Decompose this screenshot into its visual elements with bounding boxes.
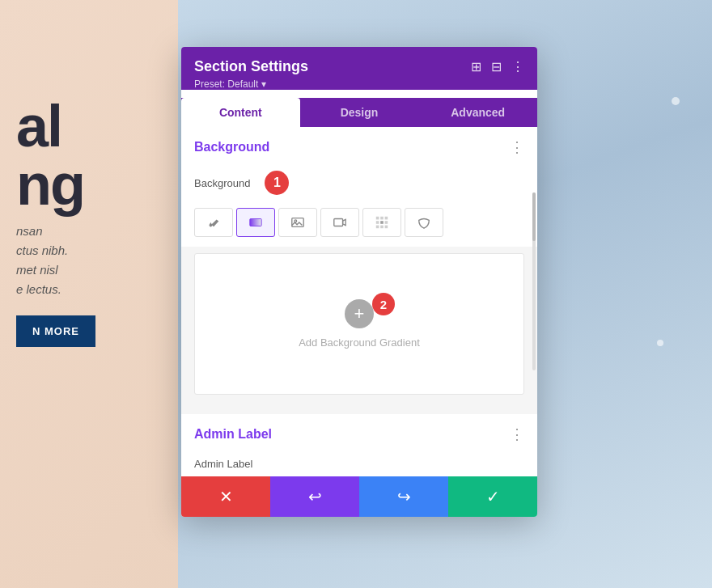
tab-content[interactable]: Content	[181, 98, 300, 127]
scrollbar-track[interactable]	[532, 192, 536, 370]
background-row: Background 1	[181, 164, 537, 201]
scrollbar-thumb[interactable]	[532, 192, 536, 241]
undo-icon: ↩	[308, 487, 322, 506]
svg-rect-12	[385, 226, 388, 229]
more-icon[interactable]: ⋮	[511, 59, 524, 74]
redo-button[interactable]: ↪	[359, 476, 448, 517]
modal-title: Section Settings	[194, 58, 308, 75]
hero-text-line2: ng	[16, 155, 129, 214]
svg-rect-10	[376, 226, 379, 229]
admin-label-menu[interactable]: ⋮	[510, 425, 524, 443]
image-icon	[290, 215, 305, 230]
section-settings-modal: Section Settings ⊞ ⊟ ⋮ Preset: Default C…	[181, 47, 537, 517]
badge-2: 2	[372, 293, 395, 315]
modal-header-top: Section Settings ⊞ ⊟ ⋮	[194, 58, 524, 75]
gradient-icon	[248, 215, 263, 230]
modal-header-icons: ⊞ ⊟ ⋮	[471, 59, 524, 74]
paint-bucket-icon	[206, 215, 221, 230]
badge-1: 1	[265, 171, 289, 195]
icon-tab-gradient[interactable]	[236, 208, 275, 237]
plus-icon: +	[354, 303, 365, 324]
pattern-icon	[375, 215, 389, 230]
cancel-button[interactable]: ✕	[181, 476, 270, 517]
icon-tab-mask[interactable]	[405, 208, 443, 237]
bottom-toolbar: ✕ ↩ ↪ ✓	[181, 476, 537, 517]
tab-design[interactable]: Design	[300, 98, 419, 127]
gradient-area: + 2 Add Background Gradient	[194, 253, 524, 395]
save-button[interactable]: ✓	[448, 476, 537, 517]
preset-label[interactable]: Preset: Default	[194, 78, 524, 90]
svg-rect-4	[376, 217, 379, 220]
read-more-button[interactable]: N MORE	[16, 315, 95, 347]
cancel-icon: ✕	[219, 487, 233, 506]
svg-rect-11	[380, 226, 384, 229]
icon-tab-color[interactable]	[194, 208, 233, 237]
svg-rect-8	[380, 221, 384, 224]
admin-label-row: Admin Label	[181, 451, 537, 476]
background-section-header: Background ⋮	[181, 127, 537, 164]
background-field-label: Background	[194, 177, 250, 189]
svg-rect-9	[385, 221, 388, 224]
undo-button[interactable]: ↩	[270, 476, 359, 517]
add-gradient-label: Add Background Gradient	[299, 336, 420, 349]
save-icon: ✓	[486, 487, 500, 506]
icon-tab-image[interactable]	[278, 208, 317, 237]
modal-body: Background ⋮ Background 1	[181, 127, 537, 476]
modal-header: Section Settings ⊞ ⊟ ⋮ Preset: Default	[181, 47, 537, 90]
add-gradient-group: + 2	[345, 299, 374, 328]
admin-label-section: Admin Label ⋮ Admin Label	[181, 414, 537, 476]
dot-7	[657, 340, 663, 346]
svg-rect-6	[385, 217, 388, 220]
icon-tab-video[interactable]	[320, 208, 359, 237]
svg-rect-5	[380, 217, 384, 220]
hero-text-line1: al	[16, 97, 129, 155]
columns-icon[interactable]: ⊟	[491, 59, 502, 74]
hero-body-text: nsan ctus nibh. met nisl e lectus.	[16, 222, 129, 299]
svg-rect-7	[376, 221, 379, 224]
mask-icon	[417, 215, 431, 230]
add-gradient-button[interactable]: +	[345, 299, 374, 328]
admin-label-section-header: Admin Label ⋮	[181, 414, 537, 451]
expand-icon[interactable]: ⊞	[471, 59, 481, 74]
dot-6	[672, 97, 680, 105]
admin-label-title: Admin Label	[194, 427, 272, 442]
section-spacer	[181, 401, 537, 414]
tab-advanced[interactable]: Advanced	[418, 98, 537, 127]
page-text-area: al ng nsan ctus nibh. met nisl e lectus.…	[0, 81, 146, 363]
modal-tabs: Content Design Advanced	[181, 98, 537, 127]
video-icon	[333, 215, 347, 230]
background-section-title: Background	[194, 140, 269, 154]
svg-rect-0	[250, 219, 261, 226]
admin-label-field-label: Admin Label	[194, 458, 252, 470]
background-icon-tabs	[181, 201, 537, 247]
svg-rect-3	[334, 219, 343, 226]
background-section-menu[interactable]: ⋮	[510, 138, 524, 156]
icon-tab-pattern[interactable]	[362, 208, 401, 237]
redo-icon: ↪	[397, 487, 411, 506]
